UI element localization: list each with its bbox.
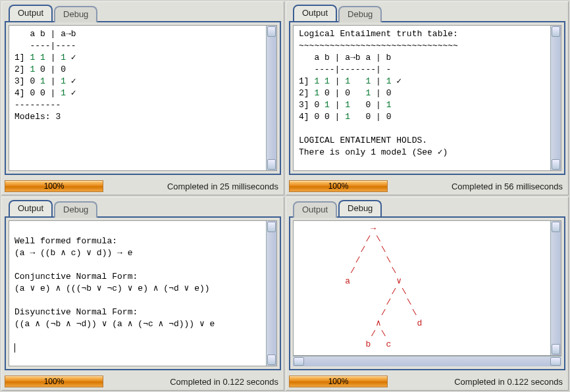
scroll-area: Well formed formula: (a → ((b ∧ c) ∨ d))… (9, 220, 277, 366)
progress-bar: 100% (5, 376, 103, 387)
panel-2: OutputDebug Well formed formula: (a → ((… (1, 197, 284, 391)
panel-0: OutputDebug a b | a→b ----|---- 1] 1 1 |… (1, 1, 284, 195)
content-frame: a b | a→b ----|---- 1] 1 1 | 1 ✓ 2] 1 0 … (5, 21, 281, 175)
content-frame: Logical Entailment truth table: ~~~~~~~~… (289, 21, 565, 175)
panel-1: OutputDebugLogical Entailment truth tabl… (286, 1, 569, 195)
content-frame: → / \ / \ / \ / \ a ∨ / \ / \ / \ ∧ d (289, 216, 565, 370)
tab-bar: OutputDebug (293, 200, 565, 216)
vertical-scrollbar[interactable] (266, 26, 276, 170)
output-text[interactable]: → / \ / \ / \ / \ a ∨ / \ / \ / \ ∧ d (294, 221, 550, 355)
tab-output[interactable]: Output (293, 201, 337, 218)
status-row: 100%Completed in 56 milliseconds (289, 180, 565, 192)
tab-bar: OutputDebug (9, 5, 281, 21)
output-text[interactable]: Well formed formula: (a → ((b ∧ c) ∨ d))… (9, 221, 266, 366)
tab-debug[interactable]: Debug (54, 201, 97, 218)
content-frame: Well formed formula: (a → ((b ∧ c) ∨ d))… (5, 216, 281, 370)
status-text: Completed in 0.122 seconds (393, 377, 565, 387)
status-row: 100%Completed in 0.122 seconds (5, 376, 281, 387)
output-text[interactable]: Logical Entailment truth table: ~~~~~~~~… (294, 26, 550, 170)
panel-3: OutputDebug → / \ / \ / \ / \ a ∨ / \ / … (286, 197, 569, 391)
horizontal-scrollbar[interactable] (293, 356, 561, 366)
progress-bar: 100% (5, 180, 103, 192)
progress-bar: 100% (289, 376, 388, 387)
tab-bar: OutputDebug (9, 200, 281, 216)
scroll-area: a b | a→b ----|---- 1] 1 1 | 1 ✓ 2] 1 0 … (9, 25, 277, 171)
vertical-scrollbar[interactable] (550, 221, 561, 355)
tab-debug[interactable]: Debug (338, 6, 382, 22)
tab-bar: OutputDebug (293, 5, 565, 21)
status-row: 100%Completed in 25 milliseconds (5, 180, 281, 192)
progress-bar: 100% (289, 180, 388, 192)
output-text[interactable]: a b | a→b ----|---- 1] 1 1 | 1 ✓ 2] 1 0 … (9, 26, 266, 170)
vertical-scrollbar[interactable] (550, 26, 561, 170)
tab-output[interactable]: Output (9, 5, 53, 21)
status-text: Completed in 25 milliseconds (109, 182, 281, 191)
status-text: Completed in 0.122 seconds (109, 377, 281, 387)
status-text: Completed in 56 milliseconds (393, 182, 565, 191)
scroll-area: Logical Entailment truth table: ~~~~~~~~… (293, 25, 561, 171)
tab-debug[interactable]: Debug (338, 200, 382, 216)
vertical-scrollbar[interactable] (266, 221, 276, 366)
status-row: 100%Completed in 0.122 seconds (289, 376, 565, 387)
tab-output[interactable]: Output (293, 5, 337, 21)
tab-output[interactable]: Output (9, 200, 53, 216)
scroll-area: → / \ / \ / \ / \ a ∨ / \ / \ / \ ∧ d (293, 220, 561, 356)
tab-debug[interactable]: Debug (54, 6, 97, 22)
